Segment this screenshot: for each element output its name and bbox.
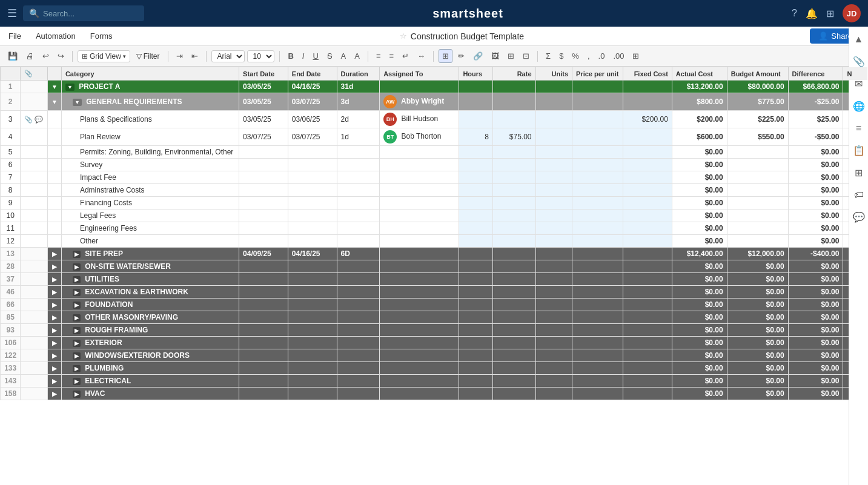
difference-cell[interactable]: -$50.00 (788, 128, 843, 146)
budget-amount-cell[interactable] (727, 159, 788, 171)
start-date-cell[interactable] (239, 171, 288, 184)
ppu-cell[interactable] (572, 388, 623, 400)
assigned-cell[interactable] (380, 81, 459, 93)
hours-cell[interactable] (459, 286, 493, 299)
notifications-icon[interactable]: 🔔 (806, 8, 818, 19)
assigned-cell[interactable]: AW Abby Wright (380, 93, 459, 111)
fixed-cost-cell[interactable] (623, 260, 672, 273)
expand-icon[interactable]: ▶ (52, 276, 57, 283)
fixed-cost-cell[interactable] (623, 311, 672, 324)
difference-cell[interactable]: $0.00 (788, 362, 843, 375)
end-date-cell[interactable] (288, 375, 337, 388)
start-date-cell[interactable] (239, 324, 288, 337)
budget-amount-cell[interactable]: $0.00 (727, 388, 788, 400)
budget-amount-cell[interactable] (727, 146, 788, 159)
category-cell[interactable]: Impact Fee (61, 171, 239, 184)
units-cell[interactable] (535, 184, 572, 197)
actual-cost-cell[interactable]: $0.00 (672, 222, 727, 235)
hours-cell[interactable] (459, 171, 493, 184)
ppu-cell[interactable] (572, 286, 623, 299)
sidebar-clipboard-icon[interactable]: 📋 (850, 142, 867, 159)
expand-icon[interactable]: ▶ (52, 327, 57, 334)
duration-cell[interactable] (337, 197, 380, 210)
category-cell[interactable]: ▶ FOUNDATION (61, 299, 239, 311)
units-cell[interactable] (535, 349, 572, 362)
rate-cell[interactable] (492, 210, 535, 222)
expand-cell[interactable]: ▶ (47, 362, 61, 375)
units-cell[interactable] (535, 210, 572, 222)
end-date-cell[interactable] (288, 311, 337, 324)
difference-cell[interactable]: -$400.00 (788, 248, 843, 260)
budget-amount-cell[interactable]: $550.00 (727, 128, 788, 146)
units-cell[interactable] (535, 81, 572, 93)
start-date-cell[interactable] (239, 311, 288, 324)
ppu-cell[interactable] (572, 197, 623, 210)
end-date-cell[interactable] (288, 286, 337, 299)
category-cell[interactable]: ▶ OTHER MASONRY/PAVING (61, 311, 239, 324)
category-cell[interactable]: Legal Fees (61, 210, 239, 222)
link-btn[interactable]: 🔗 (470, 50, 486, 62)
bold-btn[interactable]: B (285, 50, 296, 62)
expand-cell[interactable]: ▶ (47, 248, 61, 260)
difference-cell[interactable]: $0.00 (788, 222, 843, 235)
fixed-cost-cell[interactable] (623, 171, 672, 184)
category-cell[interactable]: ▶ ROUGH FRAMING (61, 324, 239, 337)
fixed-cost-cell[interactable] (623, 299, 672, 311)
hours-cell[interactable] (459, 299, 493, 311)
fixed-cost-cell[interactable] (623, 235, 672, 248)
difference-cell[interactable]: $66,800.00 (788, 81, 843, 93)
budget-amount-cell[interactable]: $0.00 (727, 260, 788, 273)
actual-cost-cell[interactable]: $12,400.00 (672, 248, 727, 260)
end-date-cell[interactable]: 03/07/25 (288, 128, 337, 146)
units-cell[interactable] (535, 159, 572, 171)
hours-cell[interactable] (459, 235, 493, 248)
budget-amount-cell[interactable]: $80,000.00 (727, 81, 788, 93)
actual-cost-cell[interactable]: $0.00 (672, 362, 727, 375)
toolbar-save-btn[interactable]: 💾 (5, 50, 21, 62)
fixed-cost-cell[interactable] (623, 388, 672, 400)
budget-amount-cell[interactable] (727, 210, 788, 222)
font-selector[interactable]: Arial (211, 50, 245, 62)
difference-cell[interactable]: $0.00 (788, 299, 843, 311)
budget-amount-cell[interactable]: $0.00 (727, 299, 788, 311)
start-date-cell[interactable]: 03/05/25 (239, 111, 288, 128)
assigned-cell[interactable] (380, 184, 459, 197)
fixed-cost-cell[interactable] (623, 128, 672, 146)
actual-cost-cell[interactable]: $0.00 (672, 337, 727, 349)
duration-cell[interactable] (337, 159, 380, 171)
assigned-cell[interactable] (380, 375, 459, 388)
fixed-cost-cell[interactable] (623, 362, 672, 375)
hours-cell[interactable]: 8 (459, 128, 493, 146)
assigned-cell[interactable] (380, 311, 459, 324)
duration-cell[interactable] (337, 146, 380, 159)
ppu-cell[interactable] (572, 311, 623, 324)
ppu-cell[interactable] (572, 248, 623, 260)
hours-cell[interactable] (459, 349, 493, 362)
start-date-cell[interactable] (239, 349, 288, 362)
difference-cell[interactable]: $0.00 (788, 286, 843, 299)
actual-cost-cell[interactable]: $0.00 (672, 260, 727, 273)
hamburger-menu[interactable]: ☰ (7, 7, 17, 20)
end-date-cell[interactable] (288, 349, 337, 362)
th-diff[interactable]: Difference (788, 67, 843, 81)
duration-cell[interactable] (337, 362, 380, 375)
th-category[interactable]: Category (61, 67, 239, 81)
indent-right-btn[interactable]: ⇥ (173, 50, 186, 62)
th-notes[interactable]: N (843, 67, 868, 81)
th-budget[interactable]: Budget Amount (727, 67, 788, 81)
actual-cost-cell[interactable]: $0.00 (672, 146, 727, 159)
difference-cell[interactable]: $0.00 (788, 159, 843, 171)
actual-cost-cell[interactable]: $0.00 (672, 349, 727, 362)
rate-cell[interactable] (492, 184, 535, 197)
start-date-cell[interactable] (239, 197, 288, 210)
budget-amount-cell[interactable]: $0.00 (727, 273, 788, 286)
category-cell[interactable]: ▶ PLUMBING (61, 362, 239, 375)
actual-cost-cell[interactable]: $600.00 (672, 128, 727, 146)
assigned-cell[interactable]: BH Bill Hudson (380, 111, 459, 128)
ppu-cell[interactable] (572, 159, 623, 171)
toolbar-print-btn[interactable]: 🖨 (23, 50, 37, 62)
assigned-cell[interactable] (380, 222, 459, 235)
expand-icon[interactable]: ▼ (51, 84, 58, 90)
sidebar-globe-icon[interactable]: 🌐 (850, 98, 867, 114)
actual-cost-cell[interactable]: $800.00 (672, 93, 727, 111)
